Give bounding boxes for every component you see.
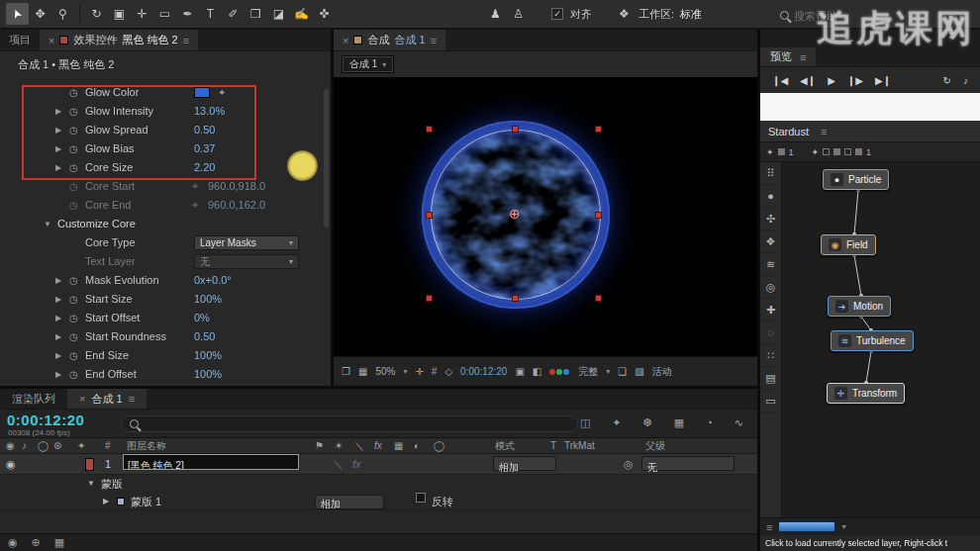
selection-handle[interactable]	[426, 126, 433, 133]
model-node-icon[interactable]: ▭	[760, 390, 781, 413]
audio-mute-button[interactable]: ♪	[963, 75, 968, 86]
property-value[interactable]: 100%	[194, 365, 222, 384]
anchor-point[interactable]: ⊕	[509, 206, 521, 222]
workspace-value[interactable]: 标准	[680, 7, 702, 22]
stopwatch-icon[interactable]: ◷	[69, 327, 78, 346]
effect-row[interactable]: ▶ ◷ End Offset 100%	[0, 365, 331, 384]
mask-invert-checkbox[interactable]	[416, 493, 426, 503]
selection-handle[interactable]	[512, 295, 519, 302]
pan-behind-tool-icon[interactable]: ✛	[131, 3, 153, 25]
current-time-field[interactable]: 0:00:12:20	[7, 412, 84, 428]
resolution-select[interactable]: 完整	[578, 365, 598, 379]
force-node-icon[interactable]: ✣	[760, 208, 781, 230]
magnification-select[interactable]: 50%	[375, 366, 395, 377]
type-tool-icon[interactable]: T	[199, 3, 222, 25]
field-node-icon[interactable]: ❖	[760, 230, 781, 253]
close-icon[interactable]: ×	[79, 393, 85, 405]
rotate-tool-icon[interactable]: ↻	[85, 3, 108, 25]
property-value[interactable]: 100%	[194, 290, 222, 309]
effect-row[interactable]: ▶ ◷ Mask Evolution 0x+0.0°	[0, 271, 331, 290]
eye-icon[interactable]: ◉	[6, 454, 16, 475]
hide-shy-icon[interactable]: ❆	[643, 416, 652, 429]
layer-loader-button[interactable]	[778, 521, 835, 532]
stopwatch-icon[interactable]: ◷	[69, 365, 78, 384]
camera-tool-icon[interactable]: ▣	[108, 3, 131, 25]
puppet-pin-tool-icon[interactable]: ✜	[313, 3, 336, 25]
mask-visibility-icon[interactable]: ◇	[444, 366, 452, 377]
tab-render-queue[interactable]: 渲染队列	[0, 389, 67, 409]
puppet-character-icon[interactable]: ♟	[484, 3, 507, 25]
comp-nav-chip[interactable]: 合成 1 ▾	[342, 55, 394, 73]
selection-tool-icon[interactable]: ➤	[6, 3, 29, 25]
stopwatch-icon[interactable]: ◷	[69, 290, 78, 309]
tab-preview[interactable]: 预览 ≡	[760, 47, 816, 66]
node-motion[interactable]: ➔ Motion	[828, 296, 891, 317]
twirl-icon[interactable]: ▶	[55, 365, 61, 384]
graph-editor-icon[interactable]: ∿	[735, 416, 743, 429]
map-node-icon[interactable]: ▤	[760, 367, 781, 390]
roto-brush-tool-icon[interactable]: ✍	[290, 3, 313, 25]
frame-blend-icon[interactable]: ▦	[674, 416, 684, 429]
selection-handle[interactable]	[426, 295, 433, 302]
particle-node-icon[interactable]: ●	[760, 185, 781, 208]
effect-row[interactable]: ◷ Core End ⌖ 960.0,162.0	[0, 196, 331, 215]
layer-row[interactable]: ◉ 1 [黑色 纯色 2] ＼ fx 相加 ▾ ◎ 无 ▾	[0, 454, 757, 475]
property-value[interactable]: 0x+0.0°	[194, 271, 232, 290]
effect-row[interactable]: Core Type Layer Masks ▾	[0, 233, 331, 252]
mask-color-chip[interactable]	[117, 498, 125, 505]
first-frame-button[interactable]: ❙◀	[772, 75, 788, 86]
node-field[interactable]: ◉ Field	[821, 234, 876, 255]
stopwatch-icon[interactable]: ◷	[69, 309, 78, 327]
play-button[interactable]: ▶	[828, 75, 835, 86]
hand-tool-icon[interactable]: ✥	[29, 3, 51, 25]
panel-menu-icon[interactable]: ≡	[129, 393, 135, 405]
stopwatch-icon[interactable]: ◷	[69, 271, 78, 290]
tab-composition[interactable]: × 合成 合成 1 ≡	[334, 30, 445, 50]
effect-group-row[interactable]: ▼ Customize Core	[0, 215, 331, 233]
draft-3d-icon[interactable]: ✦	[612, 416, 621, 429]
node-particle[interactable]: ● Particle	[823, 169, 889, 190]
property-value[interactable]: 960.0,162.0	[208, 196, 265, 215]
solo-icon[interactable]: ◯	[38, 438, 49, 454]
fx-switch[interactable]: fx	[352, 454, 361, 475]
twirl-icon[interactable]: ▶	[55, 290, 61, 309]
menu-icon[interactable]: ≡	[766, 521, 772, 533]
tab-effect-controls[interactable]: × 效果控件 黑色 纯色 2 ≡	[40, 30, 198, 50]
emitter-node-icon[interactable]: ⠿	[760, 162, 781, 185]
loop-button[interactable]: ↻	[943, 75, 951, 86]
transparency-grid-icon[interactable]: ▨	[635, 366, 643, 377]
snapshot-camera-icon[interactable]: ▣	[515, 366, 524, 377]
replica-node-icon[interactable]: ∷	[760, 344, 781, 367]
effect-target-breadcrumb[interactable]: 合成 1 • 黑色 纯色 2	[0, 51, 331, 77]
timeline-search-field[interactable]	[121, 415, 578, 432]
transform-node-icon[interactable]: ✚	[760, 299, 781, 321]
stardust-panel-header[interactable]: Stardust ≡	[760, 121, 980, 142]
last-frame-button[interactable]: ▶❙	[875, 75, 891, 86]
layer-label-chip[interactable]	[85, 458, 94, 471]
selection-handle[interactable]	[512, 126, 519, 133]
motion-blur-icon[interactable]: ◔	[706, 416, 713, 429]
grid-options-icon[interactable]: #	[432, 366, 438, 377]
parent-column-header[interactable]: 父级	[645, 438, 665, 454]
3d-view-select[interactable]: 活动	[652, 365, 672, 379]
pen-tool-icon[interactable]: ✒	[176, 3, 199, 25]
turbulence-node-icon[interactable]: ≋	[760, 253, 781, 276]
current-time-display[interactable]: 0:00:12:20	[460, 366, 507, 377]
effect-row[interactable]: ▶ ◷ End Size 100%	[0, 346, 331, 365]
puppet-character-icon-2[interactable]: ♙	[507, 3, 530, 25]
mask-group-row[interactable]: ▼ 蒙版	[0, 475, 757, 493]
chevron-down-icon[interactable]: ▾	[841, 522, 845, 531]
close-icon[interactable]: ×	[49, 35, 54, 46]
mask-mode-dropdown[interactable]: 相加 ▾	[315, 495, 384, 509]
toggle-modes-icon[interactable]: ▦	[54, 536, 64, 549]
effect-row[interactable]: ▶ ◷ Start Size 100%	[0, 290, 331, 309]
node-transform[interactable]: ✛ Transform	[827, 383, 905, 404]
comp-flowchart-icon[interactable]: ◫	[580, 416, 590, 429]
effect-row[interactable]: Text Layer 无 ▾	[0, 252, 331, 271]
brush-tool-icon[interactable]: ✐	[222, 3, 245, 25]
layer-name-column-header[interactable]: 图层名称	[127, 438, 166, 454]
clone-stamp-tool-icon[interactable]: ❒	[245, 3, 267, 25]
effect-row[interactable]: ▶ ◷ Start Roundness 0.50	[0, 327, 331, 346]
panel-menu-icon[interactable]: ≡	[183, 35, 189, 46]
property-value[interactable]: 0.50	[194, 327, 215, 346]
